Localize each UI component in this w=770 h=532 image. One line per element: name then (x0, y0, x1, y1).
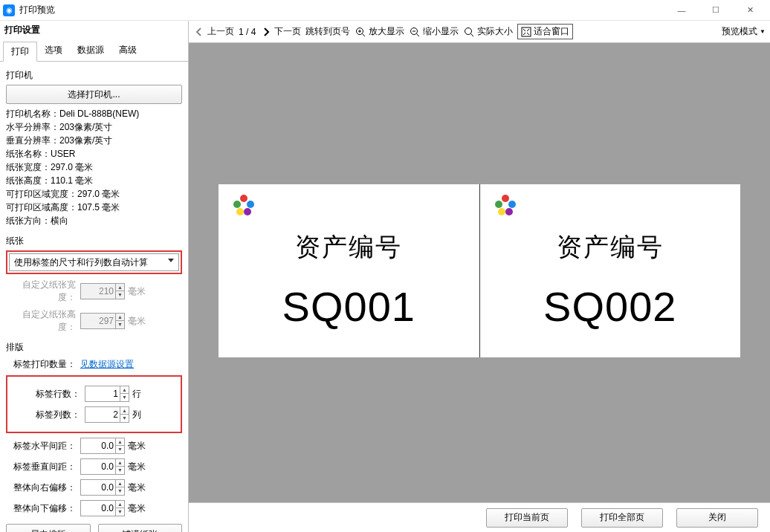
arrow-left-icon (193, 26, 205, 38)
rows-input[interactable]: 1 ▲▼ (85, 386, 129, 402)
tab-advanced[interactable]: 高级 (111, 41, 144, 61)
custom-width-value: 210 (99, 286, 114, 296)
vgap-label: 标签垂直间距： (6, 461, 80, 473)
color-logo-icon (495, 195, 516, 215)
select-printer-button[interactable]: 选择打印机... (6, 85, 182, 104)
spin-up-icon[interactable]: ▲ (115, 459, 124, 467)
roff-value: 0.0 (101, 482, 114, 493)
spin-up-icon[interactable]: ▲ (115, 438, 124, 446)
paper-width: 纸张宽度：297.0 毫米 (6, 160, 182, 174)
doff-input[interactable]: 0.0 ▲▼ (80, 500, 125, 516)
settings-tabs: 打印 选项 数据源 高级 (0, 41, 188, 62)
cols-unit: 列 (132, 409, 141, 421)
next-page-button[interactable]: 下一页 (260, 25, 301, 38)
spin-up-icon[interactable]: ▲ (120, 407, 129, 415)
preview-mode-label: 预览模式 (722, 25, 757, 38)
printer-info: 打印机名称：Deli DL-888B(NEW) 水平分辨率：203像素/英寸 垂… (6, 107, 182, 227)
spin-down-icon[interactable]: ▼ (115, 467, 124, 474)
zoom-in-button[interactable]: 放大显示 (355, 25, 404, 38)
spin-down-icon[interactable]: ▼ (115, 487, 124, 495)
roff-input[interactable]: 0.0 ▲▼ (80, 479, 125, 496)
close-button[interactable]: 关闭 (676, 508, 758, 528)
spin-up-icon[interactable]: ▲ (115, 480, 124, 487)
mm-unit: 毫米 (128, 502, 146, 515)
panel-header: 打印设置 (0, 21, 188, 39)
app-icon: ◉ (3, 4, 15, 16)
prev-page-label: 上一页 (207, 25, 234, 38)
vgap-value: 0.0 (101, 461, 114, 472)
hgap-value: 0.0 (101, 441, 114, 451)
preview-toolbar: 上一页 1 / 4 下一页 跳转到页号 放大显示 缩小显示 实际大小 (189, 21, 770, 43)
paper-name: 纸张名称：USER (6, 147, 182, 160)
bottom-toolbar: 打印当前页 打印全部页 关闭 (189, 502, 770, 532)
svg-line-8 (471, 33, 474, 36)
printer-hres: 水平分辨率：203像素/英寸 (6, 120, 182, 134)
print-all-pages-button[interactable]: 打印全部页 (581, 508, 663, 528)
svg-line-1 (363, 33, 366, 36)
label-card-2: 资产编号 SQ002 (480, 184, 741, 357)
spin-down-icon[interactable]: ▼ (115, 508, 124, 516)
labels-row: 资产编号 SQ001 资产编号 SQ002 (219, 184, 740, 357)
custom-height-value: 297 (99, 316, 114, 326)
paper-section-title: 纸张 (6, 235, 182, 247)
hgap-input[interactable]: 0.0 ▲▼ (80, 438, 125, 454)
spin-down-icon[interactable]: ▼ (120, 394, 129, 401)
mm-unit: 毫米 (128, 481, 146, 494)
custom-width-input: 210 ▲▼ (80, 283, 125, 299)
paper-height: 纸张高度：110.1 毫米 (6, 174, 182, 187)
print-current-page-button[interactable]: 打印当前页 (486, 508, 568, 528)
printer-section-title: 打印机 (6, 69, 182, 82)
jump-label: 跳转到页号 (305, 25, 350, 38)
close-window-button[interactable]: ✕ (733, 0, 767, 21)
actual-size-button[interactable]: 实际大小 (463, 25, 513, 38)
cols-input[interactable]: 2 ▲▼ (85, 406, 129, 423)
printer-vres: 垂直分辨率：203像素/英寸 (6, 134, 182, 147)
fit-window-label: 适合窗口 (534, 25, 569, 38)
mm-unit: 毫米 (128, 315, 146, 328)
paper-size-combo[interactable]: 使用标签的尺寸和行列数自动计算 (9, 253, 179, 271)
spin-down-icon[interactable]: ▼ (115, 446, 124, 453)
datasource-link[interactable]: 见数据源设置 (80, 358, 134, 371)
zoom-out-icon (409, 26, 421, 38)
doff-label: 整体向下偏移： (6, 502, 80, 515)
spin-up-icon[interactable]: ▲ (120, 386, 129, 394)
color-logo-icon (233, 195, 254, 215)
printable-width: 可打印区域宽度：297.0 毫米 (6, 187, 182, 201)
preview-mode-dropdown[interactable]: 预览模式 ▼ (722, 25, 766, 38)
svg-line-5 (417, 33, 420, 36)
print-count-label: 标签打印数量： (6, 358, 80, 371)
minimize-button[interactable]: — (664, 0, 699, 21)
spin-down-icon[interactable]: ▼ (120, 415, 129, 422)
maximize-button[interactable]: ☐ (699, 0, 733, 21)
preview-canvas: 资产编号 SQ001 资产编号 SQ002 (189, 43, 770, 502)
doff-value: 0.0 (101, 503, 114, 513)
center-layout-button[interactable]: 居中排版 (6, 524, 91, 532)
spin-up-icon[interactable]: ▲ (115, 501, 124, 508)
printable-height: 可打印区域高度：107.5 毫米 (6, 201, 182, 214)
actual-size-icon (463, 26, 475, 38)
tab-datasource[interactable]: 数据源 (70, 41, 111, 61)
cols-label: 标签列数： (10, 409, 85, 421)
label-code-1: SQ001 (282, 282, 415, 331)
label-code-2: SQ002 (543, 282, 676, 331)
fit-window-button[interactable]: 适合窗口 (517, 24, 573, 39)
label-heading-2: 资产编号 (557, 230, 664, 265)
vgap-input[interactable]: 0.0 ▲▼ (80, 458, 125, 475)
zoom-out-button[interactable]: 缩小显示 (409, 25, 459, 38)
fill-paper-button[interactable]: 铺满纸张 (98, 524, 183, 532)
label-card-1: 资产编号 SQ001 (219, 184, 480, 357)
printer-name: 打印机名称：Deli DL-888B(NEW) (6, 107, 182, 120)
zoom-in-icon (355, 26, 366, 38)
jump-to-page-button[interactable]: 跳转到页号 (305, 25, 350, 38)
page-count: 1 / 4 (239, 27, 256, 37)
rows-cols-highlight: 标签行数： 1 ▲▼ 行 标签列数： 2 ▲▼ 列 (6, 375, 182, 433)
spin-down-icon: ▼ (115, 321, 124, 328)
arrow-right-icon (260, 26, 272, 38)
paper-orient: 纸张方向：横向 (6, 214, 182, 227)
tab-options[interactable]: 选项 (37, 41, 70, 61)
spin-up-icon: ▲ (115, 284, 124, 291)
actual-size-label: 实际大小 (477, 25, 513, 38)
tab-print[interactable]: 打印 (3, 42, 37, 62)
prev-page-button[interactable]: 上一页 (193, 25, 234, 38)
chevron-down-icon (168, 259, 174, 262)
